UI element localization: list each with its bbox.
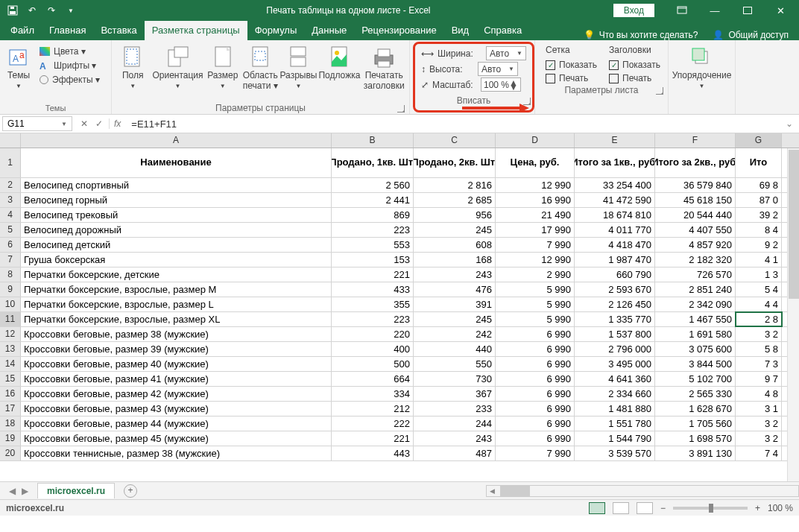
cell[interactable]: 440 — [414, 342, 496, 356]
tab-pagelayout[interactable]: Разметка страницы — [145, 21, 247, 40]
cell[interactable]: 5 990 — [496, 282, 575, 297]
tab-home[interactable]: Главная — [42, 21, 93, 40]
expand-formula-icon[interactable]: ⌄ — [780, 118, 799, 129]
col-header-D[interactable]: D — [496, 133, 575, 148]
minimize-icon[interactable]: — — [699, 1, 730, 19]
cell[interactable]: Кроссовки беговые, размер 40 (мужские) — [21, 357, 332, 371]
cell[interactable]: 956 — [414, 208, 496, 222]
add-sheet-button[interactable]: + — [124, 484, 137, 498]
cell[interactable]: 5 990 — [496, 297, 575, 311]
cell[interactable]: Перчатки боксерские, взрослые, размер XL — [21, 312, 332, 326]
share-button[interactable]: 👤Общий доступ — [705, 30, 796, 40]
cell[interactable]: 355 — [332, 297, 414, 311]
cell[interactable]: 726 570 — [655, 267, 736, 282]
cell[interactable]: 2 560 — [332, 178, 414, 192]
tab-file[interactable]: Файл — [3, 21, 42, 40]
background-button[interactable]: Подложка — [318, 44, 360, 83]
tab-insert[interactable]: Вставка — [93, 21, 144, 40]
cell[interactable]: 5 102 700 — [655, 372, 736, 386]
themes-button[interactable]: Aa Темы▼ — [3, 44, 34, 91]
scale-height-field[interactable]: Авто▼ — [478, 62, 518, 76]
cell[interactable]: 2 990 — [496, 267, 575, 282]
cell[interactable]: 500 — [332, 357, 414, 371]
cell[interactable]: 3 2 — [736, 327, 782, 341]
cell[interactable]: 2 8 — [736, 312, 782, 326]
cell[interactable]: 41 472 590 — [575, 193, 655, 207]
qat-dropdown-icon[interactable]: ▼ — [63, 2, 79, 19]
view-pagebreak-icon[interactable] — [637, 502, 653, 514]
scale-width-field[interactable]: Авто▼ — [486, 46, 526, 60]
row-header[interactable]: 16 — [0, 387, 21, 401]
cell[interactable]: 2 182 320 — [655, 253, 736, 267]
cell[interactable]: 39 2 — [736, 208, 782, 222]
tab-formulas[interactable]: Формулы — [247, 21, 305, 40]
cell[interactable]: 3 2 — [736, 417, 782, 431]
margins-button[interactable]: Поля▼ — [115, 44, 151, 91]
tell-me[interactable]: 💡Что вы хотите сделать? — [576, 30, 706, 40]
cell[interactable]: Велосипед дорожный — [21, 223, 332, 237]
cell[interactable]: 6 990 — [496, 431, 575, 446]
cell[interactable]: 245 — [414, 312, 496, 326]
cell[interactable]: 4 857 920 — [655, 238, 736, 252]
colors-button[interactable]: Цвета ▾ — [36, 45, 104, 57]
cell[interactable]: 730 — [414, 372, 496, 386]
cell[interactable]: Кроссовки беговые, размер 44 (мужские) — [21, 417, 332, 431]
row-header[interactable]: 2 — [0, 178, 21, 192]
row-header[interactable]: 10 — [0, 297, 21, 311]
cell[interactable]: 1 551 780 — [575, 417, 655, 431]
size-button[interactable]: Размер▼ — [205, 44, 241, 91]
header-cell[interactable]: Продано, 2кв. Шт. — [414, 148, 496, 177]
maximize-icon[interactable] — [732, 1, 763, 19]
cell[interactable]: 5 4 — [736, 282, 782, 297]
cell[interactable]: 243 — [414, 267, 496, 282]
cell[interactable]: 33 254 400 — [575, 178, 655, 192]
cell[interactable]: 242 — [414, 327, 496, 341]
name-box[interactable]: G11▼ — [2, 116, 72, 131]
cell[interactable]: 244 — [414, 417, 496, 431]
cell[interactable]: 3 891 130 — [655, 446, 736, 460]
header-cell[interactable]: Наименование — [21, 148, 332, 177]
sheet-tab[interactable]: microexcel.ru — [37, 483, 115, 498]
view-pagelayout-icon[interactable] — [613, 502, 629, 514]
cell[interactable]: 12 990 — [496, 253, 575, 267]
formula-input[interactable]: =E11+F11 — [125, 118, 780, 130]
print-area-button[interactable]: Область печати ▾ — [242, 44, 278, 93]
cell[interactable]: 4 1 — [736, 253, 782, 267]
row-header[interactable]: 7 — [0, 253, 21, 267]
tab-help[interactable]: Справка — [476, 21, 529, 40]
cell[interactable]: 3 539 570 — [575, 446, 655, 460]
cell[interactable]: 6 990 — [496, 417, 575, 431]
row-header[interactable]: 3 — [0, 193, 21, 207]
breaks-button[interactable]: Разрывы▼ — [280, 44, 317, 91]
cell[interactable]: Кроссовки беговые, размер 38 (мужские) — [21, 327, 332, 341]
cell[interactable]: 5 990 — [496, 312, 575, 326]
cell[interactable]: 660 790 — [575, 267, 655, 282]
fx-icon[interactable]: fx — [109, 118, 125, 129]
cell[interactable]: 4 641 360 — [575, 372, 655, 386]
effects-button[interactable]: Эффекты ▾ — [36, 74, 104, 86]
cell[interactable]: 476 — [414, 282, 496, 297]
row-header[interactable]: 13 — [0, 342, 21, 356]
cell[interactable]: 6 990 — [496, 387, 575, 401]
zoom-out-icon[interactable]: − — [660, 503, 666, 513]
cell[interactable]: 4 407 550 — [655, 223, 736, 237]
header-cell[interactable]: Итого за 1кв., руб. — [575, 148, 655, 177]
cell[interactable]: 87 0 — [736, 193, 782, 207]
sheet-nav-next-icon[interactable]: ▶ — [22, 486, 28, 496]
undo-icon[interactable]: ↶ — [24, 2, 40, 19]
cell[interactable]: 2 685 — [414, 193, 496, 207]
header-cell[interactable]: Итого за 2кв., руб. — [655, 148, 736, 177]
header-cell[interactable]: Продано, 1кв. Шт. — [332, 148, 414, 177]
row-header[interactable]: 11 — [0, 312, 21, 326]
row-header[interactable]: 18 — [0, 417, 21, 431]
cell[interactable]: 2 441 — [332, 193, 414, 207]
cell[interactable]: 6 990 — [496, 342, 575, 356]
col-header-A[interactable]: A — [21, 133, 332, 148]
cell[interactable]: Перчатки боксерские, взрослые, размер M — [21, 282, 332, 297]
cell[interactable]: 1 705 560 — [655, 417, 736, 431]
cell[interactable]: 3 2 — [736, 431, 782, 446]
zoom-in-icon[interactable]: + — [755, 503, 760, 513]
row-header[interactable]: 8 — [0, 267, 21, 282]
cell[interactable]: Кроссовки беговые, размер 43 (мужские) — [21, 402, 332, 416]
cell[interactable]: 2 816 — [414, 178, 496, 192]
